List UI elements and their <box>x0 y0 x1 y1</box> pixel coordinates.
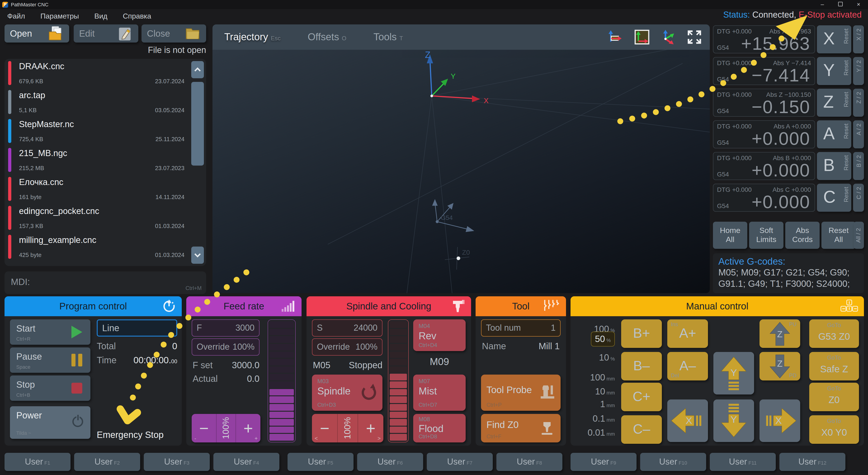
jog-z-plus-button[interactable]: PU Z <box>760 319 800 348</box>
edit-button[interactable]: Edit <box>74 24 138 42</box>
jog-step-0.1mm[interactable]: 0.1mm <box>593 414 615 424</box>
user-button-F6[interactable]: UserF6 <box>357 453 423 471</box>
spindle-100pct-button[interactable]: 100% <box>337 414 358 442</box>
tab-trajectory[interactable]: TrajectoryEsc <box>224 31 281 43</box>
scroll-up-button[interactable] <box>191 61 204 78</box>
file-item[interactable]: Елочка.cnc 161 byte 14.11.2024 <box>4 175 206 204</box>
jog-step-50%[interactable]: 50% <box>591 332 615 347</box>
dro-home-all-button[interactable]: HomeAll <box>713 222 747 249</box>
find-z0-button[interactable]: Find Z0 Ctrl+F <box>481 414 561 442</box>
spindle-minus-button[interactable]: −< <box>312 414 337 442</box>
minimize-button[interactable]: – <box>819 0 826 9</box>
jog-step-10mm[interactable]: 10mm <box>595 386 615 397</box>
axis-reset-button-C[interactable]: C Reset <box>817 184 851 212</box>
jog-y-plus-button[interactable]: Y <box>713 352 754 394</box>
feed-override-input[interactable]: Override100% <box>192 338 259 356</box>
file-item[interactable]: 215_MB.ngc 215,2 MB 23.07.2023 <box>4 146 206 175</box>
goto-z0-button[interactable]: GoToZ0 <box>809 383 859 411</box>
spindle-plus-button[interactable]: +> <box>358 414 383 442</box>
menu-item[interactable]: Вид <box>94 12 107 20</box>
axis-half-button-A[interactable]: A / 2 <box>853 120 864 148</box>
start-button[interactable]: Start Ctrl+R <box>10 319 90 345</box>
mdi-input[interactable]: MDI: Ctrl+M <box>4 271 206 294</box>
user-button-F9[interactable]: UserF9 <box>570 453 637 471</box>
file-item[interactable]: edingcnc_pocket.cnc 157,3 KB 01.03.2024 <box>4 204 206 233</box>
jog-b-plus-button[interactable]: B+ <box>621 319 662 348</box>
jog-step-0.01mm[interactable]: 0.01mm <box>587 427 615 438</box>
scrollbar-thumb[interactable] <box>191 82 204 166</box>
dro-reset-all-button[interactable]: ResetAll <box>822 222 856 249</box>
dro-all-half-button[interactable]: All / 2 <box>854 222 864 249</box>
goto-x0-y0-button[interactable]: GoToX0 Y0 <box>809 415 859 444</box>
jog-c-minus-button[interactable]: C– <box>621 415 662 444</box>
jog-x-minus-button[interactable]: X <box>667 399 708 442</box>
jog-a-minus-button[interactable]: Del A– <box>667 352 708 381</box>
user-button-F1[interactable]: UserF1 <box>4 453 70 471</box>
jog-z-minus-button[interactable]: PD Z <box>760 352 800 381</box>
close-button[interactable]: × <box>855 0 862 9</box>
axis-half-button-X[interactable]: X / 2 <box>853 25 864 53</box>
file-item[interactable]: StepMaster.nc 725,4 KB 25.11.2024 <box>4 117 206 146</box>
spindle-override-slider[interactable] <box>388 319 409 442</box>
open-button[interactable]: Open <box>4 24 69 42</box>
spindle-start-button[interactable]: M03 Spindle Ctrl+D3 <box>312 375 382 411</box>
axis-half-button-Y[interactable]: Y / 2 <box>853 57 864 85</box>
user-button-F10[interactable]: UserF10 <box>640 453 706 471</box>
axis-half-button-Z[interactable]: Z / 2 <box>853 89 864 117</box>
axis-half-button-B[interactable]: B / 2 <box>853 152 864 180</box>
user-button-F8[interactable]: UserF8 <box>496 453 562 471</box>
feed-f-input[interactable]: F3000 <box>192 319 259 336</box>
axis-reset-button-Y[interactable]: Y Reset <box>817 57 851 85</box>
user-button-F11[interactable]: UserF11 <box>710 453 776 471</box>
axis-reset-button-A[interactable]: A Reset <box>817 120 851 148</box>
spindle-rev-button[interactable]: M04 Rev Ctrl+D4 <box>413 319 466 351</box>
tab-offsets[interactable]: OffsetsO <box>308 31 346 43</box>
user-button-F5[interactable]: UserF5 <box>287 453 353 471</box>
spindle-s-input[interactable]: S24000 <box>312 319 382 336</box>
view-tool-path-icon[interactable] <box>608 29 624 45</box>
jog-step-10%[interactable]: 10% <box>599 352 615 363</box>
trajectory-canvas[interactable]: Z Y X G54 <box>213 50 710 293</box>
close-file-button[interactable]: Close <box>142 24 206 42</box>
view-2d-plane-icon[interactable] <box>634 29 650 45</box>
jog-y-minus-button[interactable]: Y <box>713 399 754 442</box>
maximize-button[interactable] <box>837 0 844 9</box>
user-button-F7[interactable]: UserF7 <box>427 453 493 471</box>
user-button-F2[interactable]: UserF2 <box>74 453 140 471</box>
flood-button[interactable]: M08 Flood Ctrl+D8 <box>413 414 466 442</box>
line-input[interactable]: Line <box>97 319 177 336</box>
axis-half-button-C[interactable]: C / 2 <box>853 184 864 212</box>
menu-item[interactable]: Справка <box>123 12 151 20</box>
menu-item[interactable]: Параметры <box>40 12 79 20</box>
user-button-F12[interactable]: UserF12 <box>779 453 845 471</box>
jog-b-minus-button[interactable]: B– <box>621 352 662 381</box>
feed-plus-button[interactable]: ++ <box>236 414 260 442</box>
menu-item[interactable]: Файл <box>7 12 25 20</box>
jog-a-plus-button[interactable]: Ins A+ <box>667 319 708 348</box>
fullscreen-icon[interactable] <box>686 29 703 45</box>
view-3d-axes-icon[interactable] <box>660 29 676 45</box>
power-button[interactable]: Power Tilda ~ <box>10 406 90 439</box>
axis-reset-button-X[interactable]: X Reset <box>817 25 851 53</box>
tab-tools[interactable]: ToolsT <box>373 31 403 43</box>
feed-minus-button[interactable]: −- <box>192 414 216 442</box>
tool-num-input[interactable]: Tool num1 <box>481 319 561 336</box>
tool-probe-button[interactable]: Tool Probe Ctrl+P <box>481 375 561 411</box>
goto-safe-z-button[interactable]: GoToSafe Z <box>809 352 859 381</box>
spindle-override-input[interactable]: Override100% <box>312 338 382 356</box>
user-button-F3[interactable]: UserF3 <box>144 453 210 471</box>
feed-override-slider[interactable] <box>268 319 296 442</box>
stop-button[interactable]: Stop Ctrl+B <box>10 376 90 401</box>
dro-soft-limits-button[interactable]: SoftLimits <box>749 222 783 249</box>
jog-c-plus-button[interactable]: C+ <box>621 383 662 411</box>
axis-reset-button-B[interactable]: B Reset <box>817 152 851 180</box>
jog-step-100mm[interactable]: 100mm <box>590 372 615 383</box>
jog-x-plus-button[interactable]: X <box>760 399 800 442</box>
file-item[interactable]: milling_example.cnc 425 byte 01.03.2024 <box>4 233 206 262</box>
pause-button[interactable]: Pause Space <box>10 348 90 373</box>
user-button-F4[interactable]: UserF4 <box>213 453 279 471</box>
mist-button[interactable]: M07 Mist Ctrl+D7 <box>413 375 466 411</box>
axis-reset-button-Z[interactable]: Z Reset <box>817 89 851 117</box>
jog-step-1mm[interactable]: 1mm <box>600 399 615 409</box>
file-item[interactable]: arc.tap 5,1 KB 03.05.2024 <box>4 88 206 117</box>
